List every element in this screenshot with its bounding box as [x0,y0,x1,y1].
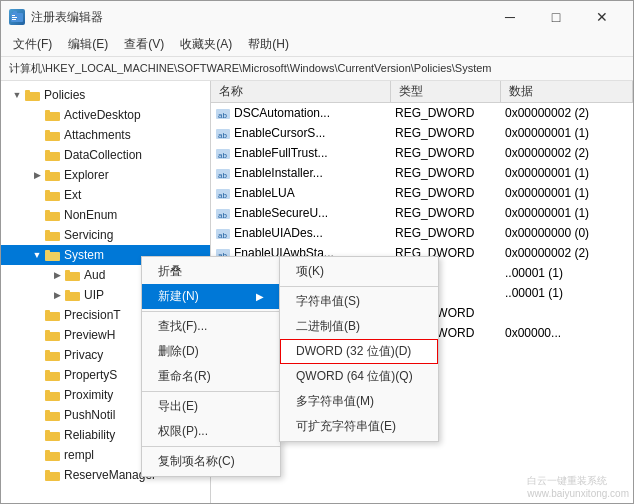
folder-icon [65,288,81,302]
minimize-button[interactable]: ─ [487,1,533,33]
svg-text:ab: ab [218,111,227,120]
tree-item-attachments[interactable]: Attachments [1,125,210,145]
folder-icon [45,348,61,362]
table-row[interactable]: ab EnableCursorS... REG_DWORD 0x00000001… [211,123,633,143]
ctx-item-export[interactable]: 导出(E) [142,394,280,419]
separator [280,286,438,287]
svg-rect-44 [45,470,50,473]
expand-icon: ▼ [29,250,45,260]
svg-rect-10 [45,130,50,133]
svg-rect-7 [45,112,60,121]
folder-icon [45,128,61,142]
svg-text:ab: ab [218,151,227,160]
svg-rect-41 [45,452,60,461]
svg-rect-28 [45,310,50,313]
column-data: 数据 [501,81,633,102]
sub-item-multistring[interactable]: 多字符串值(M) [280,389,438,414]
titlebar: 注册表编辑器 ─ □ ✕ [1,1,633,33]
svg-text:ab: ab [218,191,227,200]
ctx-item-find[interactable]: 查找(F)... [142,314,280,339]
folder-icon [25,88,41,102]
folder-icon [45,388,61,402]
folder-icon [45,368,61,382]
svg-rect-17 [45,212,60,221]
ctx-item-new[interactable]: 新建(N) ▶ [142,284,280,309]
table-row[interactable]: ab EnableSecureU... REG_DWORD 0x00000001… [211,203,633,223]
svg-text:ab: ab [218,171,227,180]
cell-type: REG_DWORD [391,223,501,243]
cell-data: ..00001 (1) [501,263,633,283]
tree-label: Privacy [64,348,103,362]
cell-data: 0x00000001 (1) [501,203,633,223]
separator [142,391,280,392]
table-row[interactable]: ab EnableFullTrust... REG_DWORD 0x000000… [211,143,633,163]
sub-item-binary[interactable]: 二进制值(B) [280,314,438,339]
svg-rect-30 [45,330,50,333]
sub-item-key[interactable]: 项(K) [280,259,438,284]
ctx-item-delete[interactable]: 删除(D) [142,339,280,364]
cell-data: ..00001 (1) [501,283,633,303]
addressbar: 计算机\HKEY_LOCAL_MACHINE\SOFTWARE\Microsof… [1,57,633,81]
tree-item-ext[interactable]: Ext [1,185,210,205]
menu-favorites[interactable]: 收藏夹(A) [172,34,240,56]
tree-item-policies[interactable]: ▼ Policies [1,85,210,105]
submenu: 项(K) 字符串值(S) 二进制值(B) DWORD (32 位值)(D) QW… [279,256,439,442]
svg-text:ab: ab [218,211,227,220]
svg-rect-9 [45,132,60,141]
tree-item-servicing[interactable]: Servicing [1,225,210,245]
context-menu: 折叠 新建(N) ▶ 查找(F)... 删除(D) 重命名(R) 导出(E) 权… [141,256,281,477]
menu-edit[interactable]: 编辑(E) [60,34,116,56]
maximize-button[interactable]: □ [533,1,579,33]
table-row[interactable]: ab EnableLUA REG_DWORD 0x00000001 (1) [211,183,633,203]
cell-name: ab EnableLUA [211,183,391,203]
table-row[interactable]: ab DSCAutomation... REG_DWORD 0x00000002… [211,103,633,123]
ctx-label: 查找(F)... [158,318,207,335]
table-row[interactable]: ab EnableUIADes... REG_DWORD 0x00000000 … [211,223,633,243]
cell-data [501,303,633,323]
tree-item-nonenum[interactable]: NonEnum [1,205,210,225]
svg-rect-1 [13,11,17,14]
tree-item-activedesktop[interactable]: ActiveDesktop [1,105,210,125]
ctx-item-collapse[interactable]: 折叠 [142,259,280,284]
svg-rect-37 [45,412,60,421]
ctx-item-permissions[interactable]: 权限(P)... [142,419,280,444]
sub-label: QWORD (64 位值)(Q) [296,368,413,385]
expand-icon: ▶ [29,170,45,180]
folder-icon [45,428,61,442]
ctx-item-rename[interactable]: 重命名(R) [142,364,280,389]
tree-label: Policies [44,88,85,102]
svg-rect-2 [12,15,15,16]
cell-data: 0x00000002 (2) [501,143,633,163]
sub-label: 二进制值(B) [296,318,360,335]
cell-data: 0x00000000 (0) [501,223,633,243]
ctx-label: 复制项名称(C) [158,453,235,470]
svg-rect-35 [45,392,60,401]
tree-label: PushNotil [64,408,115,422]
close-button[interactable]: ✕ [579,1,625,33]
svg-rect-4 [12,19,16,20]
tree-label: PrecisionT [64,308,121,322]
svg-rect-38 [45,410,50,413]
folder-icon [45,208,61,222]
sub-item-dword[interactable]: DWORD (32 位值)(D) [280,339,438,364]
sub-item-string[interactable]: 字符串值(S) [280,289,438,314]
menu-help[interactable]: 帮助(H) [240,34,297,56]
sub-item-qword[interactable]: QWORD (64 位值)(Q) [280,364,438,389]
sub-label: 多字符串值(M) [296,393,374,410]
tree-label: Reliability [64,428,115,442]
svg-rect-13 [45,172,60,181]
svg-rect-5 [25,92,40,101]
svg-text:ab: ab [218,231,227,240]
tree-item-datacollection[interactable]: DataCollection [1,145,210,165]
sub-item-expandstring[interactable]: 可扩充字符串值(E) [280,414,438,439]
ctx-item-copyname[interactable]: 复制项名称(C) [142,449,280,474]
menu-view[interactable]: 查看(V) [116,34,172,56]
svg-rect-24 [65,270,70,273]
tree-label: PreviewH [64,328,115,342]
table-row[interactable]: ab EnableInstaller... REG_DWORD 0x000000… [211,163,633,183]
tree-label: System [64,248,104,262]
tree-item-explorer[interactable]: ▶ Explorer [1,165,210,185]
cell-type: REG_DWORD [391,163,501,183]
column-name: 名称 [211,81,391,102]
menu-file[interactable]: 文件(F) [5,34,60,56]
